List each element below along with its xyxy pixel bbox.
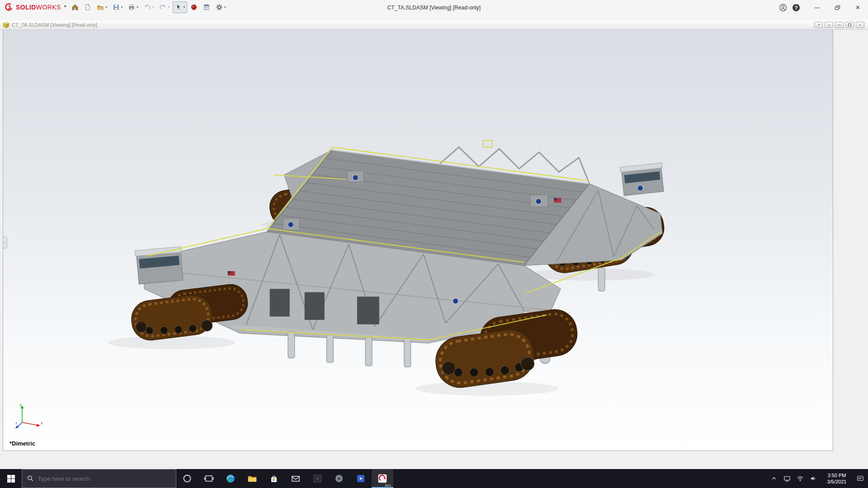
display-icon[interactable] [783, 474, 791, 483]
solidworks-icon [377, 473, 388, 484]
model-track-front-left-inner [129, 293, 214, 342]
panel-collapse-arrow[interactable]: ‹ [3, 237, 7, 249]
undo-button[interactable]: ▾ [142, 1, 156, 13]
select-dropdown-icon[interactable]: ▾ [184, 5, 185, 9]
select-tool-button[interactable]: ▾ [173, 1, 188, 13]
account-icon[interactable] [779, 4, 787, 12]
options-dropdown-icon[interactable]: ▾ [224, 5, 226, 9]
movies-tv-icon [355, 473, 366, 484]
taskbar-search[interactable] [22, 469, 176, 488]
document-title: CT_TA.SLDASM [Viewing] [Read-only] [12, 22, 97, 28]
windows-logo-icon [7, 475, 15, 483]
doc-pop-in-button[interactable]: ↘ [825, 22, 833, 28]
help-icon[interactable]: ? [793, 4, 800, 11]
clock-date: 3/5/2021 [822, 479, 851, 485]
crawler-transporter-model [3, 30, 833, 450]
doc-close-button[interactable]: × [856, 22, 864, 28]
redo-icon [159, 4, 166, 11]
graphics-viewport[interactable]: ‹ y x z *Dimetric [3, 30, 833, 451]
brand-text: SOLIDWORKS [16, 4, 61, 11]
search-icon [27, 474, 34, 483]
start-button[interactable] [0, 469, 22, 488]
windows-taskbar: 2021 3:50 PM 3/5/2021 [0, 469, 868, 488]
taskbar-clock[interactable]: 3:50 PM 3/5/2021 [822, 472, 851, 485]
volume-icon[interactable] [809, 474, 817, 483]
new-document-icon [84, 4, 91, 11]
redo-button[interactable]: ▾ [157, 1, 172, 13]
search-input[interactable] [38, 475, 171, 482]
reference-triad[interactable]: y x z [15, 402, 44, 430]
document-window-controls: ↗ ↘ × [814, 22, 864, 28]
taskbar-edge-button[interactable] [220, 469, 241, 488]
3ds-logo-icon [5, 3, 14, 12]
select-cursor-icon [175, 4, 182, 11]
app-titlebar: SOLIDWORKS ▸ ▾ ▾ [0, 0, 868, 20]
hidden-icons-chevron-icon[interactable] [770, 474, 778, 483]
open-dropdown-icon[interactable]: ▾ [105, 5, 107, 9]
options-gear-icon [216, 4, 223, 11]
home-icon [71, 4, 79, 11]
print-icon [128, 4, 135, 11]
doc-pop-out-button[interactable]: ↗ [814, 22, 823, 28]
solidworks-version-badge: 2021 [384, 484, 392, 487]
taskbar-media-player-button[interactable] [328, 469, 350, 488]
model-cab-left [135, 247, 184, 284]
print-dropdown-icon[interactable]: ▾ [137, 5, 138, 9]
window-controls: ? × [779, 0, 868, 15]
media-player-icon [334, 473, 344, 484]
view-orientation-label: *Dimetric [9, 440, 35, 447]
taskbar-mail-button[interactable] [285, 469, 307, 488]
doc-restore-icon [848, 23, 851, 26]
print-button[interactable]: ▾ [126, 1, 141, 13]
design-table-button[interactable] [201, 1, 212, 13]
restore-button[interactable] [827, 0, 848, 15]
appearance-icon [190, 4, 198, 11]
triad-z-label: z [15, 421, 17, 425]
undo-icon [144, 4, 151, 11]
minimize-icon [815, 8, 820, 8]
new-document-button[interactable] [82, 1, 94, 13]
file-explorer-icon [247, 473, 258, 484]
close-button[interactable]: × [848, 0, 868, 15]
taskbar-movies-tv-button[interactable] [350, 469, 372, 488]
open-icon [97, 4, 104, 11]
taskbar-solidworks-button[interactable]: 2021 [372, 469, 393, 488]
doc-restore-button[interactable] [845, 22, 854, 28]
task-view-icon [203, 473, 214, 484]
taskbar-store-button[interactable] [263, 469, 285, 488]
open-button[interactable]: ▾ [94, 1, 109, 13]
document-titlebar: CT_TA.SLDASM [Viewing] [Read-only] ↗ ↘ × [0, 20, 868, 30]
store-icon [269, 473, 279, 484]
mail-icon [290, 473, 301, 484]
close-icon: × [856, 4, 860, 11]
action-center-icon[interactable] [856, 474, 864, 483]
solidworks-brand: SOLIDWORKS [0, 0, 61, 12]
taskbar-file-explorer-button[interactable] [241, 469, 263, 488]
window-title: CT_TA.SLDASM [Viewing] [Read-only] [387, 5, 481, 11]
taskbar-photos-button[interactable] [307, 469, 328, 488]
photos-icon [312, 473, 323, 484]
toolbar-expand-icon[interactable]: ▸ [65, 4, 67, 8]
save-dropdown-icon[interactable]: ▾ [121, 5, 123, 9]
network-icon[interactable] [796, 474, 804, 483]
cortana-icon [182, 473, 193, 484]
save-icon [113, 4, 120, 11]
system-tray: 3:50 PM 3/5/2021 [770, 469, 868, 488]
taskbar-task-view-button[interactable] [198, 469, 220, 488]
undo-dropdown-icon[interactable]: ▾ [152, 5, 154, 9]
doc-minimize-button[interactable] [835, 22, 844, 28]
minimize-button[interactable] [807, 0, 827, 15]
home-button[interactable] [69, 1, 81, 13]
redo-dropdown-icon[interactable]: ▾ [168, 5, 170, 9]
model-cab-right [620, 163, 665, 196]
doc-minimize-icon [838, 25, 841, 25]
triad-x-label: x [41, 421, 43, 425]
clock-time: 3:50 PM [822, 472, 851, 479]
design-table-icon [203, 4, 210, 11]
edge-icon [225, 473, 236, 484]
save-button[interactable]: ▾ [110, 1, 125, 13]
restore-icon [835, 5, 840, 10]
taskbar-cortana-button[interactable] [176, 469, 198, 488]
appearance-button[interactable] [188, 1, 200, 13]
options-button[interactable]: ▾ [213, 1, 228, 13]
